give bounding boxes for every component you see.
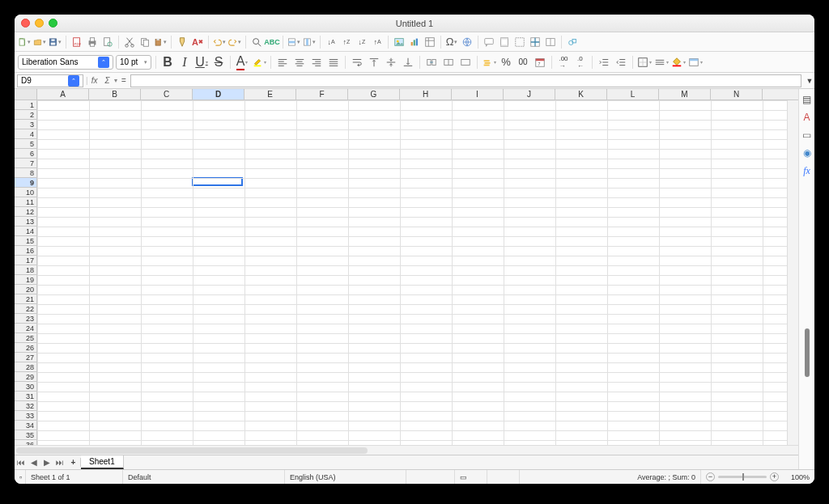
- export-pdf-icon[interactable]: PDF: [70, 36, 83, 49]
- row-header[interactable]: 1: [15, 100, 36, 110]
- row-header[interactable]: 36: [15, 440, 36, 445]
- formula-input[interactable]: [130, 74, 801, 87]
- font-name-dropdown-icon[interactable]: ⌃: [98, 57, 109, 68]
- column-icon[interactable]: [303, 36, 316, 49]
- autofilter-icon[interactable]: ↓Z: [355, 36, 368, 49]
- merge-cells-button[interactable]: [424, 55, 439, 70]
- row-header[interactable]: 4: [15, 129, 36, 139]
- row-header[interactable]: 21: [15, 294, 36, 304]
- comment-icon[interactable]: [483, 36, 495, 49]
- row-header[interactable]: 19: [15, 275, 36, 285]
- column-header[interactable]: G: [348, 89, 400, 100]
- row-header[interactable]: 35: [15, 430, 36, 440]
- sheet-tab-active[interactable]: Sheet1: [81, 455, 124, 469]
- paste-icon[interactable]: [154, 36, 167, 49]
- status-selection-mode[interactable]: ▭: [455, 470, 487, 484]
- row-header[interactable]: 22: [15, 304, 36, 314]
- border-style-button[interactable]: [654, 55, 669, 70]
- align-top-button[interactable]: [367, 55, 381, 70]
- column-header[interactable]: E: [244, 89, 296, 100]
- wrap-text-button[interactable]: [350, 55, 364, 70]
- formula-expand-icon[interactable]: ▼: [805, 77, 814, 85]
- row-header[interactable]: 28: [15, 362, 36, 372]
- align-bottom-button[interactable]: [401, 55, 415, 70]
- define-print-area-icon[interactable]: [513, 36, 526, 49]
- currency-button[interactable]: [482, 55, 496, 70]
- align-middle-button[interactable]: [384, 55, 398, 70]
- highlight-color-button[interactable]: [252, 55, 266, 70]
- row-header[interactable]: 23: [15, 314, 36, 324]
- font-size-combobox[interactable]: 10 pt ▾: [116, 55, 151, 70]
- borders-button[interactable]: [637, 55, 652, 70]
- clear-formatting-icon[interactable]: A✖: [191, 36, 204, 49]
- cut-icon[interactable]: [123, 36, 136, 49]
- row-header[interactable]: 26: [15, 343, 36, 353]
- justify-button[interactable]: [326, 55, 341, 70]
- pivot-table-icon[interactable]: [423, 36, 436, 49]
- font-name-combobox[interactable]: Liberation Sans ⌃: [18, 55, 113, 70]
- row-header[interactable]: 2: [15, 110, 36, 120]
- row-header[interactable]: 24: [15, 324, 36, 333]
- row-header[interactable]: 31: [15, 392, 36, 401]
- strikethrough-button[interactable]: S: [211, 55, 226, 70]
- status-language[interactable]: English (USA): [285, 470, 406, 484]
- decrease-indent-button[interactable]: [614, 55, 628, 70]
- horizontal-scrollbar[interactable]: [15, 445, 798, 455]
- show-draw-functions-icon[interactable]: [566, 36, 579, 49]
- date-format-button[interactable]: 7: [533, 55, 547, 70]
- filter-icon[interactable]: ↑A: [371, 36, 384, 49]
- status-style[interactable]: Default: [123, 470, 285, 484]
- status-signature[interactable]: [487, 470, 520, 484]
- row-header[interactable]: 17: [15, 256, 36, 265]
- align-right-button[interactable]: [309, 55, 324, 70]
- zoom-in-button[interactable]: +: [770, 472, 779, 481]
- freeze-panes-icon[interactable]: [529, 36, 542, 49]
- insert-chart-icon[interactable]: [408, 36, 421, 49]
- headers-footers-icon[interactable]: [498, 36, 511, 49]
- clone-formatting-icon[interactable]: [176, 36, 189, 49]
- zoom-out-button[interactable]: −: [706, 472, 715, 481]
- row-header[interactable]: 14: [15, 227, 36, 236]
- row-header[interactable]: 5: [15, 139, 36, 149]
- row-header[interactable]: 34: [15, 421, 36, 430]
- row-header[interactable]: 8: [15, 168, 36, 178]
- column-header[interactable]: I: [452, 89, 504, 100]
- column-header[interactable]: A: [37, 89, 89, 100]
- row-header[interactable]: 25: [15, 333, 36, 343]
- row-header[interactable]: 3: [15, 120, 36, 129]
- column-header[interactable]: J: [504, 89, 555, 100]
- column-header[interactable]: K: [555, 89, 607, 100]
- sidebar-navigator-icon[interactable]: ◉: [801, 147, 813, 159]
- number-format-button[interactable]: 00: [516, 55, 530, 70]
- tab-nav-prev-icon[interactable]: ◀: [28, 458, 40, 467]
- column-header[interactable]: H: [400, 89, 452, 100]
- merge-center-button[interactable]: [458, 55, 473, 70]
- font-size-dropdown-icon[interactable]: ▾: [144, 59, 147, 66]
- name-box[interactable]: D9 ⌃: [17, 74, 83, 87]
- column-header[interactable]: D: [193, 89, 244, 100]
- conditional-button[interactable]: [688, 55, 703, 70]
- row-header[interactable]: 16: [15, 246, 36, 256]
- find-replace-icon[interactable]: [250, 36, 263, 49]
- function-wizard-icon[interactable]: fx: [88, 76, 101, 85]
- increase-indent-button[interactable]: [597, 55, 611, 70]
- sidebar-settings-icon[interactable]: ▤: [801, 94, 813, 105]
- vertical-scrollbar[interactable]: [787, 100, 798, 445]
- sidebar-grip[interactable]: [805, 328, 810, 377]
- sort-asc-icon[interactable]: ↓A: [325, 36, 338, 49]
- save-document-icon[interactable]: [49, 36, 62, 49]
- print-preview-icon[interactable]: [101, 36, 114, 49]
- zoom-value[interactable]: 100%: [782, 473, 810, 481]
- row-header[interactable]: 30: [15, 382, 36, 392]
- undo-icon[interactable]: [213, 36, 226, 49]
- open-document-icon[interactable]: [33, 36, 46, 49]
- row-header[interactable]: 6: [15, 149, 36, 159]
- row-header[interactable]: 32: [15, 401, 36, 411]
- bold-button[interactable]: B: [160, 55, 175, 70]
- column-header[interactable]: C: [141, 89, 193, 100]
- row-header[interactable]: 27: [15, 353, 36, 362]
- sidebar-styles-icon[interactable]: A: [801, 112, 813, 123]
- new-document-icon[interactable]: [18, 36, 31, 49]
- align-left-button[interactable]: [275, 55, 290, 70]
- background-color-button[interactable]: [671, 55, 686, 70]
